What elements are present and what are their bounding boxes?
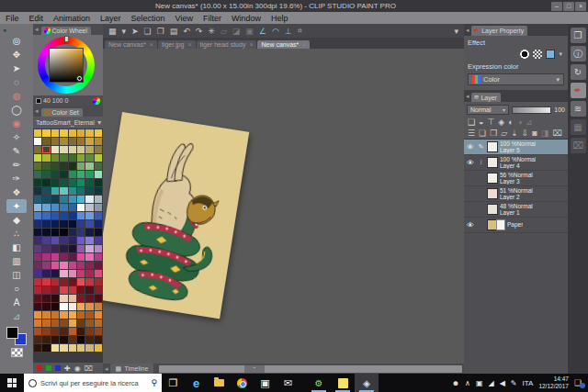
border-effect-icon[interactable] <box>520 50 529 59</box>
color-swatch[interactable] <box>34 138 41 145</box>
color-swatch[interactable] <box>95 245 102 252</box>
color-swatch[interactable] <box>60 154 67 162</box>
color-swatch[interactable] <box>95 237 102 244</box>
blend-tool-icon[interactable]: ∴ <box>6 227 27 241</box>
color-swatch[interactable] <box>95 154 102 162</box>
color-swatch[interactable] <box>51 129 59 137</box>
color-swatch[interactable] <box>51 237 59 244</box>
color-swatch[interactable] <box>42 187 50 195</box>
color-swatch[interactable] <box>95 171 102 178</box>
layer-color-effect-icon[interactable] <box>546 50 555 59</box>
color-swatch[interactable] <box>69 344 76 352</box>
color-swatch[interactable] <box>51 196 59 203</box>
color-swatch[interactable] <box>69 154 76 162</box>
clear-icon[interactable]: ✳ <box>208 27 215 36</box>
color-swatch[interactable] <box>95 328 102 335</box>
object-launcher-icon[interactable]: ➤ <box>131 27 139 36</box>
security-icon[interactable]: ▣ <box>476 379 483 387</box>
color-swatch[interactable] <box>60 344 67 352</box>
color-swatch[interactable] <box>85 171 93 178</box>
color-swatch[interactable] <box>51 146 59 153</box>
zoom-tool-icon[interactable]: ◎ <box>6 34 27 48</box>
close-tab-icon[interactable]: × <box>249 41 253 48</box>
color-swatch[interactable] <box>60 328 67 335</box>
color-swatch[interactable] <box>34 270 41 277</box>
color-swatch[interactable] <box>34 146 41 153</box>
color-swatch[interactable] <box>60 245 67 252</box>
color-swatch[interactable] <box>69 237 76 244</box>
color-swatch[interactable] <box>85 336 93 343</box>
horizontal-scrollbar[interactable]: ˆ <box>159 365 462 373</box>
fill-disabled-icon[interactable]: ▱ <box>220 27 227 36</box>
workspace-grid-icon[interactable]: ▦ <box>108 27 117 36</box>
color-swatch[interactable] <box>77 138 85 145</box>
color-swatch[interactable] <box>60 162 67 170</box>
color-swatch[interactable] <box>42 212 50 219</box>
eyedropper-tool-icon[interactable]: ✧ <box>6 130 27 144</box>
tab-color-wheel[interactable]: Color Wheel <box>41 27 92 35</box>
color-swatch[interactable] <box>85 237 93 244</box>
color-swatch[interactable] <box>69 179 76 186</box>
color-swatch[interactable] <box>85 319 93 327</box>
color-swatch[interactable] <box>34 278 41 286</box>
scale-disabled-icon[interactable]: ◪ <box>232 27 241 36</box>
color-swatch[interactable] <box>34 286 41 294</box>
color-swatch[interactable] <box>95 220 102 228</box>
color-swatch[interactable] <box>85 187 93 195</box>
color-swatch[interactable] <box>34 336 41 343</box>
color-swatch[interactable] <box>85 286 93 294</box>
airbrush-tool-icon[interactable]: ❖ <box>6 185 27 199</box>
clip-studio-launcher-button[interactable]: ⚙ <box>307 374 331 392</box>
information-panel-icon[interactable]: ⓘ <box>571 46 586 62</box>
color-swatch[interactable] <box>69 319 76 327</box>
fill-tool-icon[interactable]: ◧ <box>6 241 27 254</box>
transfer-down-icon[interactable]: ⇣ <box>511 129 518 138</box>
lock-alpha-icon[interactable]: ◐ <box>508 118 513 127</box>
collapse-panel-icon[interactable]: ◂ <box>35 107 39 115</box>
color-swatch[interactable] <box>85 162 93 170</box>
draft-pin-icon[interactable]: ⊤ <box>488 118 495 127</box>
palette-dock-icon[interactable]: ☰ <box>468 129 475 138</box>
color-swatch[interactable] <box>34 253 41 261</box>
color-swatch[interactable] <box>95 311 102 319</box>
toolbar-overflow-icon[interactable]: ▾ <box>454 27 458 36</box>
decoration-tool-icon[interactable]: ✦ <box>6 199 27 213</box>
color-swatch[interactable] <box>85 311 93 319</box>
add-color-icon[interactable]: ✚ <box>64 364 71 373</box>
color-swatch[interactable] <box>34 245 41 252</box>
tab-layer-property[interactable]: ✒ Layer Property <box>471 26 528 36</box>
color-swatch[interactable] <box>51 179 59 186</box>
color-swatch[interactable] <box>42 146 50 153</box>
lock-layer-icon[interactable]: ◈ <box>498 118 504 127</box>
collapse-panel-icon[interactable]: ◂ <box>466 93 469 100</box>
color-swatch[interactable] <box>51 220 59 228</box>
color-swatch[interactable] <box>34 212 41 219</box>
color-swatch[interactable] <box>77 319 85 327</box>
color-swatch[interactable] <box>69 286 76 294</box>
layer-row-layer-2[interactable]: 51 %NormalLayer 2 <box>464 186 568 202</box>
collapse-panel-icon[interactable]: ◂ <box>35 26 39 33</box>
color-swatch[interactable] <box>77 229 85 236</box>
file-explorer-button[interactable] <box>208 374 231 392</box>
visibility-eye-icon[interactable]: 👁 <box>466 143 475 151</box>
wheel-mode-icon[interactable] <box>93 97 100 105</box>
color-swatch[interactable] <box>95 179 102 186</box>
color-swatch[interactable] <box>77 311 85 319</box>
color-swatch[interactable] <box>60 138 67 145</box>
color-swatch[interactable] <box>51 229 59 236</box>
color-swatch[interactable] <box>95 138 102 145</box>
color-swatch[interactable] <box>51 262 59 269</box>
new-layer-icon[interactable]: ❏ <box>479 129 486 138</box>
figure-tool-icon[interactable]: ◫ <box>6 268 27 282</box>
color-swatch[interactable] <box>77 270 85 277</box>
color-wheel[interactable] <box>33 35 103 95</box>
color-swatch[interactable] <box>77 162 85 170</box>
color-swatch[interactable] <box>42 295 50 302</box>
snap-ruler-icon[interactable]: ∠ <box>259 27 266 36</box>
timeline-panel-icon[interactable]: ▦ <box>571 119 586 135</box>
color-swatch[interactable] <box>34 237 41 244</box>
color-swatch[interactable] <box>51 138 59 145</box>
color-swatch[interactable] <box>42 204 50 211</box>
color-swatch[interactable] <box>95 162 102 170</box>
color-swatch[interactable] <box>34 295 41 302</box>
